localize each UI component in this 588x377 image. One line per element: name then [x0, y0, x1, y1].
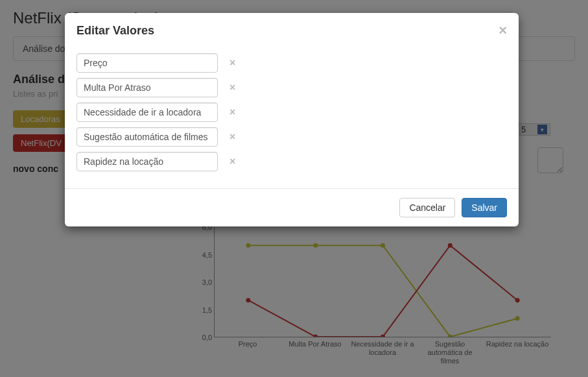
cancel-button[interactable]: Cancelar [399, 198, 455, 217]
modal-body: ××××× [65, 48, 519, 188]
close-icon[interactable]: × [499, 22, 507, 39]
save-button[interactable]: Salvar [462, 198, 507, 217]
remove-value-icon[interactable]: × [229, 82, 235, 93]
remove-value-icon[interactable]: × [229, 131, 235, 143]
value-row: × [76, 152, 507, 171]
value-input[interactable] [76, 127, 218, 147]
value-input[interactable] [76, 78, 218, 97]
value-input[interactable] [76, 53, 218, 73]
value-row: × [76, 103, 507, 122]
value-row: × [76, 78, 507, 97]
remove-value-icon[interactable]: × [229, 156, 235, 167]
value-input[interactable] [76, 103, 218, 122]
edit-values-modal: Editar Valores × ××××× Cancelar Salvar [65, 13, 519, 226]
modal-title: Editar Valores [76, 24, 154, 38]
remove-value-icon[interactable]: × [229, 57, 235, 69]
value-row: × [76, 127, 507, 147]
modal-footer: Cancelar Salvar [65, 188, 519, 226]
remove-value-icon[interactable]: × [229, 106, 235, 118]
modal-header: Editar Valores × [65, 13, 519, 48]
value-row: × [76, 53, 507, 73]
value-input[interactable] [76, 152, 218, 171]
